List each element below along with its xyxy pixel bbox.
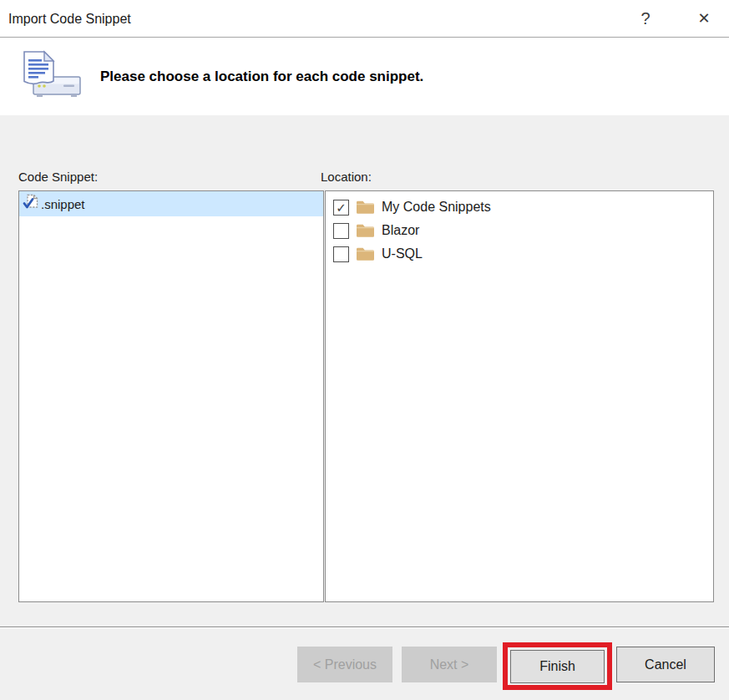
folder-icon: [356, 246, 375, 261]
import-snippet-icon: [17, 49, 89, 106]
code-snippet-label: Code Snippet:: [18, 170, 98, 184]
next-button[interactable]: Next >: [402, 647, 497, 682]
folder-icon: [356, 200, 375, 215]
location-item-label: U-SQL: [382, 246, 423, 261]
import-code-snippet-dialog: Import Code Snippet ? ✕: [0, 0, 729, 700]
previous-button[interactable]: < Previous: [297, 647, 392, 682]
help-icon[interactable]: ?: [627, 0, 664, 37]
finish-button[interactable]: Finish: [510, 650, 605, 683]
folder-icon: [356, 223, 375, 238]
location-item-label: My Code Snippets: [382, 200, 491, 215]
location-label: Location:: [321, 170, 372, 184]
location-list: ✓ My Code Snippets: [325, 190, 714, 602]
checkbox-unchecked[interactable]: [333, 246, 349, 262]
window-title: Import Code Snippet: [8, 0, 131, 38]
cancel-button[interactable]: Cancel: [616, 647, 715, 682]
checkbox-unchecked[interactable]: [333, 223, 349, 239]
header-banner: Please choose a location for each code s…: [0, 38, 729, 115]
dialog-body: Code Snippet: Location: .snippet ✓: [0, 115, 729, 627]
title-bar: Import Code Snippet ? ✕: [0, 0, 729, 38]
location-item-my-code-snippets[interactable]: ✓ My Code Snippets: [326, 195, 713, 219]
instruction-text: Please choose a location for each code s…: [100, 38, 423, 115]
button-bar: < Previous Next > Finish Cancel: [0, 628, 729, 700]
location-item-blazor[interactable]: Blazor: [326, 219, 713, 242]
snippet-item-label: .snippet: [41, 197, 85, 211]
location-item-label: Blazor: [382, 223, 419, 238]
checkbox-checked[interactable]: ✓: [333, 200, 349, 216]
close-icon[interactable]: ✕: [686, 0, 722, 37]
code-snippet-list: .snippet: [18, 190, 324, 602]
snippet-file-check-icon: [22, 193, 40, 215]
location-item-u-sql[interactable]: U-SQL: [326, 242, 713, 266]
snippet-list-item[interactable]: .snippet: [19, 191, 323, 216]
